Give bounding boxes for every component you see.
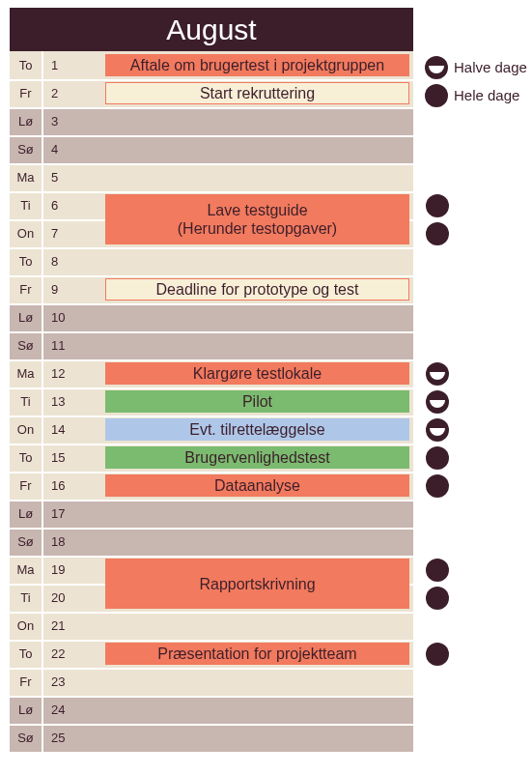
calendar-row: Lø24: [10, 696, 413, 724]
day-number: 23: [43, 668, 87, 696]
half-day-icon: [426, 362, 449, 386]
weekday-label: Ma: [10, 359, 43, 387]
day-number: 11: [43, 331, 87, 359]
event-area: [101, 107, 413, 135]
full-day-icon: [426, 446, 449, 470]
event-area: [101, 331, 413, 359]
weekday-label: On: [10, 612, 43, 640]
day-number: 12: [43, 359, 87, 387]
day-number: 17: [43, 500, 87, 528]
day-number: 25: [43, 724, 87, 752]
weekday-label: Sø: [10, 724, 43, 752]
full-day-icon: [426, 222, 449, 245]
event-area: [101, 528, 413, 556]
calendar-row: Sø11: [10, 331, 413, 359]
full-day-icon: [426, 474, 449, 498]
event: Præsentation for projektteam: [105, 643, 409, 665]
calendar-row: Lø17: [10, 500, 413, 528]
day-number: 8: [43, 247, 87, 275]
day-number: 24: [43, 696, 87, 724]
month-header: August: [10, 8, 413, 51]
weekday-label: Ti: [10, 584, 43, 612]
weekday-label: Sø: [10, 135, 43, 163]
half-day-icon: [425, 56, 448, 79]
weekday-label: To: [10, 640, 43, 668]
event-area: [101, 500, 413, 528]
day-number: 5: [43, 163, 87, 191]
day-number: 21: [43, 612, 87, 640]
weekday-label: Lø: [10, 303, 43, 331]
full-day-icon: [426, 587, 449, 610]
half-day-icon: [426, 390, 449, 414]
weekday-label: To: [10, 51, 43, 79]
event-label: Aftale om brugertest i projektgruppen: [130, 56, 384, 74]
event: Aftale om brugertest i projektgruppen: [105, 54, 409, 76]
day-number: 4: [43, 135, 87, 163]
full-day-icon: [426, 559, 449, 582]
full-day-icon: [426, 643, 449, 666]
full-day-icon: [425, 84, 448, 107]
event-area: [101, 696, 413, 724]
event-label: Dataanalyse: [214, 476, 300, 495]
weekday-label: Ma: [10, 163, 43, 191]
day-number: 14: [43, 416, 87, 444]
event: Deadline for prototype og test: [105, 278, 409, 301]
weekday-label: On: [10, 219, 43, 247]
day-number: 18: [43, 528, 87, 556]
event: Brugervenlighedstest: [105, 446, 409, 469]
legend: Halve dage Hele dage: [425, 53, 531, 109]
day-number: 13: [43, 387, 87, 416]
calendar-row: On21: [10, 612, 413, 640]
day-number: 6: [43, 191, 87, 219]
day-number: 19: [43, 556, 87, 584]
day-number: 7: [43, 219, 87, 247]
event-area: [101, 247, 413, 275]
weekday-label: Fr: [10, 275, 43, 303]
weekday-label: Ti: [10, 191, 43, 219]
day-number: 22: [43, 640, 87, 668]
event-area: [101, 303, 413, 331]
weekday-label: To: [10, 247, 43, 275]
event-label: Lave testguide(Herunder testopgaver): [178, 201, 337, 238]
calendar-row: Lø3: [10, 107, 413, 135]
day-number: 9: [43, 275, 87, 303]
weekday-label: Ma: [10, 556, 43, 584]
event-area: [101, 612, 413, 640]
event-label: Brugervenlighedstest: [184, 448, 329, 467]
day-number: 3: [43, 107, 87, 135]
calendar-row: Ma5: [10, 163, 413, 191]
day-number: 15: [43, 444, 87, 472]
event-area: [101, 668, 413, 696]
weekday-label: Ti: [10, 387, 43, 416]
event-area: [101, 163, 413, 191]
calendar-row: To8: [10, 247, 413, 275]
event-label: Start rekruttering: [200, 84, 315, 102]
weekday-label: Fr: [10, 668, 43, 696]
legend-item-full: Hele dage: [425, 81, 531, 109]
calendar-row: Sø4: [10, 135, 413, 163]
day-number: 16: [43, 472, 87, 500]
event: Pilot: [105, 390, 409, 413]
day-number: 2: [43, 79, 87, 107]
event: Lave testguide(Herunder testopgaver): [105, 194, 409, 244]
event-label: Deadline for prototype og test: [156, 280, 359, 299]
calendar-row: Lø10: [10, 303, 413, 331]
event-label: Evt. tilrettelæggelse: [189, 420, 325, 439]
event: Evt. tilrettelæggelse: [105, 418, 409, 441]
weekday-label: Fr: [10, 79, 43, 107]
event-label: Rapportskrivning: [199, 575, 315, 593]
event: Klargøre testlokale: [105, 362, 409, 385]
day-number: 20: [43, 584, 87, 612]
weekday-label: Lø: [10, 500, 43, 528]
weekday-label: Sø: [10, 528, 43, 556]
legend-half-label: Halve dage: [454, 59, 527, 75]
event-area: [101, 724, 413, 752]
weekday-label: On: [10, 416, 43, 444]
weekday-label: Lø: [10, 696, 43, 724]
calendar-row: Sø25: [10, 724, 413, 752]
event-area: [101, 135, 413, 163]
full-day-icon: [426, 194, 449, 217]
event-label: Pilot: [242, 392, 272, 411]
event-label: Klargøre testlokale: [193, 364, 322, 383]
event: Dataanalyse: [105, 474, 409, 497]
